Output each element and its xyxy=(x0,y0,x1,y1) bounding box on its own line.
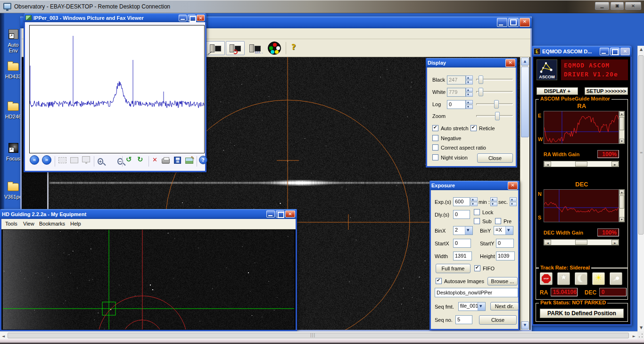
full-frame-button[interactable]: Full frame xyxy=(436,264,471,273)
guiding-titlebar[interactable]: HD Guiding 2.2.2a - My Equipment xyxy=(0,209,297,219)
dropdown-arrow-icon[interactable] xyxy=(465,227,472,235)
park-button[interactable]: PARK to Defined Position xyxy=(540,309,624,318)
dropdown-arrow-icon[interactable] xyxy=(505,227,513,235)
capture-image-button[interactable] xyxy=(206,41,225,55)
menu-bookmarks[interactable]: Bookmarks xyxy=(39,221,65,227)
scroll-thumb[interactable] xyxy=(521,67,529,137)
best-fit-button[interactable] xyxy=(58,157,66,163)
sec-spinner[interactable] xyxy=(510,197,517,206)
scroll-up-arrow[interactable]: ▲ xyxy=(638,47,644,51)
auto-stretch-checkbox[interactable] xyxy=(432,125,438,131)
dec-graph-scrollbar[interactable]: ▲▼ xyxy=(619,189,625,222)
autosave-checkbox[interactable] xyxy=(436,278,442,284)
fifo-checkbox[interactable] xyxy=(474,265,480,271)
rdp-titlebar[interactable]: Observatory - EBAY-DESKTOP - Remote Desk… xyxy=(0,0,644,13)
lock-checkbox[interactable] xyxy=(474,209,480,215)
min-spinner[interactable] xyxy=(490,197,497,206)
dropdown-arrow-icon[interactable] xyxy=(478,302,485,310)
previous-image-button[interactable]: « xyxy=(30,155,39,165)
maximize-button[interactable] xyxy=(508,18,519,27)
resize-grip-icon[interactable] xyxy=(638,333,643,338)
white-spinner[interactable] xyxy=(466,88,473,97)
display-titlebar[interactable]: Display xyxy=(426,58,517,67)
white-slider[interactable] xyxy=(476,87,513,97)
minimize-button[interactable] xyxy=(179,15,187,21)
close-button[interactable] xyxy=(505,59,515,67)
zoom-in-button[interactable]: + xyxy=(98,158,103,165)
menu-view[interactable]: View xyxy=(23,221,34,227)
black-field[interactable]: 247 xyxy=(447,76,466,84)
next-dir-button[interactable]: Next dir. xyxy=(490,302,519,310)
maximize-button[interactable] xyxy=(610,48,619,55)
host-maximize-button[interactable] xyxy=(611,2,624,10)
minimize-button[interactable] xyxy=(600,48,609,55)
delete-button[interactable]: ✕ xyxy=(152,156,157,163)
next-image-button[interactable]: » xyxy=(42,155,51,165)
rotate-counterclockwise-button[interactable]: ↺ xyxy=(126,155,132,164)
reticle-checkbox[interactable] xyxy=(471,125,477,131)
scroll-down-arrow[interactable]: ▼ xyxy=(638,326,644,330)
browse-button[interactable]: Browse ... xyxy=(487,277,518,285)
minimize-button[interactable] xyxy=(266,210,275,218)
negative-checkbox[interactable] xyxy=(432,135,438,141)
close-button[interactable] xyxy=(197,15,205,21)
width-field[interactable]: 1391 xyxy=(453,252,472,260)
save-button[interactable] xyxy=(174,157,181,164)
host-vertical-scrollbar[interactable]: ▲ ≡ ▼ xyxy=(637,46,644,331)
minimize-button[interactable] xyxy=(497,18,507,27)
autosave-path-field[interactable]: Desktop\obs_now\IPPer xyxy=(435,288,518,297)
log-slider[interactable] xyxy=(476,100,513,109)
track-solar-button[interactable]: ☀ xyxy=(592,272,605,285)
exp-field[interactable]: 600 xyxy=(453,197,470,206)
scroll-down-arrow[interactable] xyxy=(521,321,529,329)
track-sidereal-button[interactable]: ★ xyxy=(557,272,570,285)
scroll-up-arrow[interactable] xyxy=(521,58,529,66)
help-button[interactable]: ? xyxy=(199,156,207,164)
exposure-titlebar[interactable]: Exposure xyxy=(429,181,520,190)
close-button[interactable] xyxy=(508,182,518,190)
capture-loop-button[interactable] xyxy=(226,41,245,55)
scroll-left-arrow[interactable]: ◄ xyxy=(2,334,5,338)
zoom-slider[interactable] xyxy=(476,111,513,121)
close-button[interactable] xyxy=(285,210,295,218)
dly-field[interactable]: 0 xyxy=(453,210,470,219)
height-field[interactable]: 1039 xyxy=(496,252,515,260)
log-field[interactable]: 0 xyxy=(447,100,466,109)
close-button[interactable] xyxy=(520,18,530,27)
capture-sequence-button[interactable]: 123.. xyxy=(246,41,264,55)
scroll-thumb[interactable] xyxy=(638,55,644,235)
sub-checkbox[interactable] xyxy=(474,218,480,224)
ra-graph-scrollbar[interactable]: ▲▼ xyxy=(619,111,625,144)
seq-fmt-dropdown[interactable]: file_001 xyxy=(458,302,486,311)
setup-button[interactable]: SETUP >>>>>>> xyxy=(585,87,628,95)
pre-checkbox[interactable] xyxy=(495,218,501,224)
display-plus-button[interactable]: DISPLAY + xyxy=(537,87,578,95)
scroll-thumb[interactable] xyxy=(8,333,629,338)
startx-field[interactable]: 0 xyxy=(453,239,471,248)
menu-help[interactable]: Help xyxy=(70,221,81,227)
scroll-right-arrow[interactable]: ► xyxy=(633,334,636,338)
actual-size-button[interactable] xyxy=(70,157,78,163)
log-spinner[interactable] xyxy=(466,100,473,109)
exposure-close-button[interactable]: Close xyxy=(479,315,517,325)
host-close-button[interactable] xyxy=(625,2,641,10)
exp-spinner[interactable] xyxy=(471,197,478,206)
track-custom-button[interactable] xyxy=(610,272,622,285)
help-icon[interactable]: ? xyxy=(291,42,296,51)
host-minimize-button[interactable] xyxy=(595,2,609,10)
track-lunar-button[interactable] xyxy=(575,272,587,285)
image-vertical-scrollbar[interactable] xyxy=(520,57,529,330)
biny-dropdown[interactable]: =X xyxy=(494,226,513,235)
starty-field[interactable]: 0 xyxy=(496,239,514,248)
seq-no-field[interactable]: 5 xyxy=(455,315,472,324)
color-wheel-button[interactable] xyxy=(268,42,281,55)
display-close-button[interactable]: Close xyxy=(477,153,513,163)
print-button[interactable] xyxy=(162,159,170,164)
maximize-button[interactable] xyxy=(188,15,196,21)
black-spinner[interactable] xyxy=(466,76,473,84)
ra-width-gain-slider[interactable]: ◄► xyxy=(544,161,619,167)
maximize-button[interactable] xyxy=(276,210,284,218)
track-stop-button[interactable]: STOP xyxy=(540,272,553,285)
slideshow-button[interactable] xyxy=(82,156,90,162)
dec-width-gain-slider[interactable]: ◄► xyxy=(544,239,619,245)
